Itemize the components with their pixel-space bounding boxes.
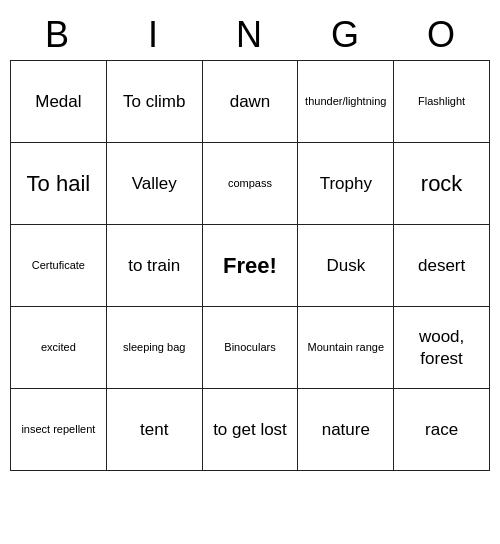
- bingo-cell-9: rock: [394, 143, 490, 225]
- header-letter-n: N: [202, 10, 298, 60]
- bingo-card: BINGO MedalTo climbdawnthunder/lightning…: [10, 10, 490, 471]
- bingo-cell-17: Binoculars: [203, 307, 299, 389]
- bingo-cell-5: To hail: [11, 143, 107, 225]
- bingo-cell-11: to train: [107, 225, 203, 307]
- bingo-cell-13: Dusk: [298, 225, 394, 307]
- bingo-cell-0: Medal: [11, 61, 107, 143]
- bingo-cell-22: to get lost: [203, 389, 299, 471]
- bingo-grid: MedalTo climbdawnthunder/lightningFlashl…: [10, 60, 490, 471]
- bingo-cell-4: Flashlight: [394, 61, 490, 143]
- bingo-cell-8: Trophy: [298, 143, 394, 225]
- bingo-cell-21: tent: [107, 389, 203, 471]
- header-letter-b: B: [10, 10, 106, 60]
- bingo-cell-6: Valley: [107, 143, 203, 225]
- bingo-cell-19: wood, forest: [394, 307, 490, 389]
- bingo-cell-2: dawn: [203, 61, 299, 143]
- bingo-cell-15: excited: [11, 307, 107, 389]
- bingo-cell-23: nature: [298, 389, 394, 471]
- bingo-header: BINGO: [10, 10, 490, 60]
- bingo-cell-14: desert: [394, 225, 490, 307]
- bingo-cell-10: Certuficate: [11, 225, 107, 307]
- bingo-cell-16: sleeping bag: [107, 307, 203, 389]
- bingo-cell-20: insect repellent: [11, 389, 107, 471]
- header-letter-o: O: [394, 10, 490, 60]
- bingo-cell-3: thunder/lightning: [298, 61, 394, 143]
- bingo-cell-24: race: [394, 389, 490, 471]
- header-letter-g: G: [298, 10, 394, 60]
- header-letter-i: I: [106, 10, 202, 60]
- bingo-cell-1: To climb: [107, 61, 203, 143]
- bingo-cell-7: compass: [203, 143, 299, 225]
- bingo-cell-18: Mountain range: [298, 307, 394, 389]
- bingo-cell-12: Free!: [203, 225, 299, 307]
